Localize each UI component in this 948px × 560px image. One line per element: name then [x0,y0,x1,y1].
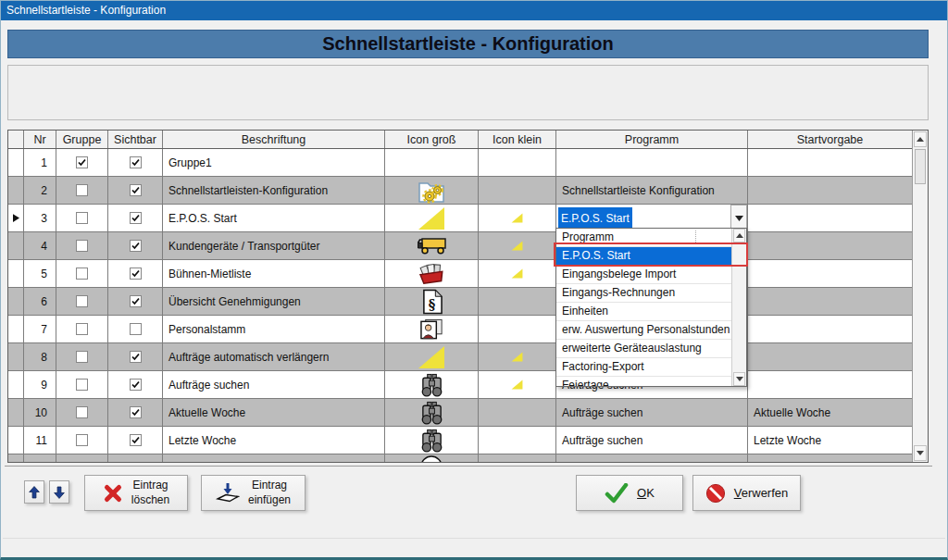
move-down-button[interactable] [49,480,69,504]
gruppe-checkbox[interactable] [76,212,88,224]
sichtbar-checkbox[interactable] [130,184,142,196]
cell-startvorgabe[interactable] [748,149,912,176]
cell-startvorgabe[interactable] [748,288,912,315]
row-selector[interactable] [8,232,24,259]
column-header[interactable]: Startvorgabe [748,131,912,148]
cell-startvorgabe[interactable] [748,260,912,287]
cell-icon-klein[interactable] [479,427,556,454]
cell-icon-gross[interactable]: § [385,288,479,315]
cell-beschriftung[interactable]: Bühnen-Mietliste [163,260,385,287]
dropdown-item[interactable]: Eingangsbelege Import [556,265,731,283]
cell-beschriftung[interactable]: Übersicht Genehmigungen [163,288,385,315]
cell-icon-gross[interactable] [385,371,479,398]
cell-startvorgabe[interactable] [748,205,912,231]
cell-beschriftung[interactable]: Letzte Woche [163,427,385,454]
cell-icon-klein[interactable] [479,343,556,370]
cell-icon-gross[interactable] [385,427,479,454]
row-selector[interactable] [8,149,24,176]
cell-startvorgabe[interactable] [748,232,912,259]
cell-icon-gross[interactable] [385,316,479,342]
dropdown-scroll-down-button[interactable] [733,372,745,386]
table-row[interactable]: 10Aktuelle WocheAufträge suchenAktuelle … [8,399,912,427]
sichtbar-checkbox[interactable] [130,240,142,252]
gruppe-checkbox[interactable] [76,156,88,168]
column-header[interactable]: Sichtbar [108,131,163,148]
table-row[interactable]: 6Übersicht Genehmigungen§ [8,288,912,316]
cell-startvorgabe[interactable] [748,177,912,204]
cell-startvorgabe[interactable] [748,316,912,342]
scrollbar-thumb[interactable] [915,149,926,184]
dropdown-scrollbar[interactable] [731,229,746,386]
cell-icon-klein[interactable] [479,149,556,176]
row-selector[interactable] [8,177,24,204]
dropdown-item[interactable]: Factoring-Export [556,357,731,376]
dropdown-item[interactable]: Feiertage [556,376,731,386]
cell-beschriftung[interactable]: Aufträge automatisch verlängern [163,343,385,370]
cell-icon-klein[interactable] [479,316,556,342]
gruppe-checkbox[interactable] [76,295,88,307]
gruppe-checkbox[interactable] [76,434,88,446]
table-row[interactable]: 1Gruppe1 [8,149,912,177]
table-row[interactable]: 9Aufträge suchenAufträge suchen [8,371,912,399]
sichtbar-checkbox[interactable] [130,406,142,418]
table-row[interactable]: 3E.P.O.S. StartE.P.O.S. Start [8,205,912,232]
cell-programm[interactable]: Schnellstartleiste Konfiguration [556,177,748,204]
cell-startvorgabe[interactable] [748,343,912,370]
dropdown-item[interactable]: E.P.O.S. Start [556,246,731,265]
column-header[interactable]: Beschriftung [163,131,385,148]
cell-beschriftung[interactable]: Kundengeräte / Transportgüter [163,232,385,259]
gruppe-checkbox[interactable] [76,406,88,418]
cell-beschriftung[interactable]: Aufträge suchen [163,371,385,398]
row-selector[interactable] [8,399,24,426]
cell-beschriftung[interactable]: E.P.O.S. Start [163,205,385,231]
cell-icon-gross[interactable] [385,260,479,287]
cell-icon-klein[interactable] [479,288,556,315]
table-row[interactable]: 8Aufträge automatisch verlängern [8,343,912,371]
row-selector[interactable] [8,316,24,342]
table-row[interactable]: 11Letzte WocheAufträge suchenLetzte Woch… [8,427,912,454]
cell-icon-klein[interactable] [479,371,556,398]
insert-entry-button[interactable]: Eintrageinfügen [201,475,306,511]
cell-programm[interactable]: Aufträge suchen [556,427,748,454]
column-header[interactable]: Icon klein [479,131,556,148]
cell-beschriftung[interactable]: Schnellstartleisten-Konfiguration [163,177,385,204]
cell-icon-gross[interactable] [385,399,479,426]
window-titlebar[interactable]: Schnellstartleiste - Konfiguration [0,0,948,20]
gruppe-checkbox[interactable] [76,268,88,280]
cell-icon-gross[interactable] [385,177,479,204]
dropdown-item[interactable]: Programm [556,229,731,246]
dropdown-scroll-up-button[interactable] [733,229,745,243]
sichtbar-checkbox[interactable] [130,434,142,446]
cell-beschriftung[interactable]: Personalstamm [163,316,385,342]
cell-icon-klein[interactable] [479,399,556,426]
cell-beschriftung[interactable]: Aktuelle Woche [163,399,385,426]
row-selector[interactable] [8,205,24,231]
gruppe-checkbox[interactable] [76,184,88,196]
cell-icon-klein[interactable] [479,177,556,204]
row-selector[interactable] [8,427,24,454]
column-header[interactable]: Icon groß [385,131,479,148]
cell-icon-klein[interactable] [479,232,556,259]
table-scrollbar[interactable] [912,131,928,462]
sichtbar-checkbox[interactable] [130,295,142,307]
discard-button[interactable]: Verwerfen [692,475,801,511]
table-row[interactable]: 2Schnellstartleisten-KonfigurationSchnel… [8,177,912,205]
row-selector[interactable] [8,343,24,370]
sichtbar-checkbox[interactable] [130,379,142,391]
table-row[interactable]: 4Kundengeräte / Transportgüter [8,232,912,260]
cell-icon-klein[interactable] [479,260,556,287]
gruppe-checkbox[interactable] [76,351,88,363]
cell-icon-klein[interactable] [479,205,556,231]
column-header[interactable]: Gruppe [56,131,108,148]
scroll-down-button[interactable] [914,445,927,461]
column-header[interactable]: Programm [556,131,748,148]
move-up-button[interactable] [24,480,44,504]
ok-button[interactable]: OK [576,475,683,511]
cell-startvorgabe[interactable]: Aktuelle Woche [748,399,912,426]
dropdown-item[interactable]: Einheiten [556,302,731,320]
cell-startvorgabe[interactable]: Letzte Woche [748,427,912,454]
gruppe-checkbox[interactable] [76,379,88,391]
sichtbar-checkbox[interactable] [130,351,142,363]
sichtbar-checkbox[interactable] [130,156,142,168]
row-selector[interactable] [8,288,24,315]
